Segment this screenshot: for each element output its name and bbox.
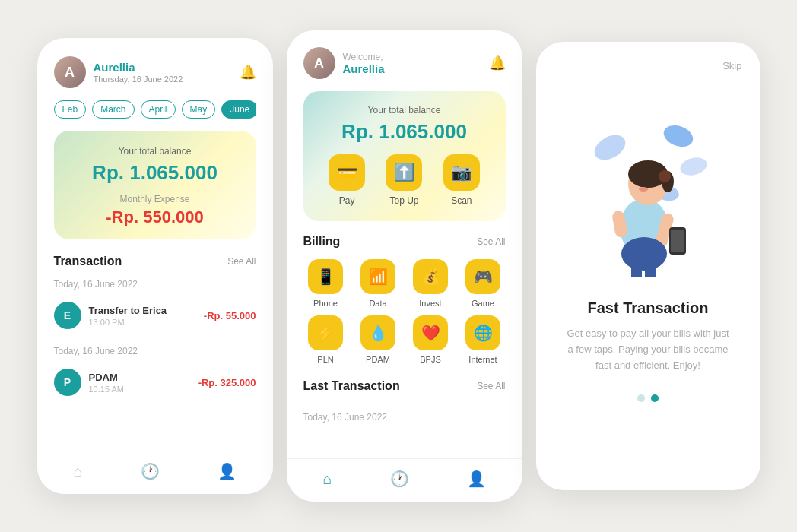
billing-pdam[interactable]: 💧 PDAM [356, 315, 401, 364]
card1-header: A Aurellia Thursday, 16 June 2022 🔔 [54, 56, 256, 88]
billing-grid: 📱 Phone 📶 Data 💰 Invest 🎮 Game ⚡ PLN 💧 [303, 259, 506, 364]
table-row: E Transfer to Erica 13:00 PM -Rp. 55.000 [54, 296, 256, 335]
trans-date-2: Today, 16 June 2022 [54, 346, 256, 356]
svg-point-2 [678, 155, 709, 179]
internet-label: Internet [468, 355, 497, 364]
month-tab-feb[interactable]: Feb [54, 100, 87, 119]
screens-container: A Aurellia Thursday, 16 June 2022 🔔 Feb … [22, 8, 776, 524]
billing-internet[interactable]: 🌐 Internet [461, 315, 506, 364]
svg-point-10 [641, 182, 646, 186]
dot-2 [651, 394, 659, 402]
svg-point-15 [621, 237, 667, 271]
pagination-dots [637, 394, 659, 402]
dot-1 [637, 394, 645, 402]
nav-home-icon-2[interactable]: ⌂ [322, 470, 332, 488]
billing-pln[interactable]: ⚡ PLN [303, 315, 348, 364]
bell-icon-card1[interactable]: 🔔 [240, 64, 256, 81]
fast-transaction-svg [564, 94, 732, 277]
transaction-see-all[interactable]: See All [227, 256, 256, 267]
user-info-card1: Aurellia Thursday, 16 June 2022 [94, 61, 240, 84]
balance-amount-2: Rp. 1.065.000 [319, 120, 491, 144]
bell-icon-card2[interactable]: 🔔 [489, 55, 506, 71]
svg-point-8 [659, 170, 671, 182]
phone-card-2: A Welcome, Aurellia 🔔 Your total balance… [287, 30, 522, 502]
table-row: P PDAM 10:15 AM -Rp. 325.000 [54, 363, 256, 402]
internet-icon: 🌐 [465, 315, 500, 350]
billing-data[interactable]: 📶 Data [356, 259, 401, 308]
transaction-group-1: Today, 16 June 2022 E Transfer to Erica … [54, 279, 256, 335]
transaction-title: Transaction [54, 255, 122, 268]
month-tabs: Feb March April May June Ju [54, 100, 256, 119]
trans-time-pdam: 10:15 AM [89, 385, 198, 394]
last-trans-section-header: Last Transaction See All [303, 379, 506, 393]
scan-icon: 📷 [443, 154, 480, 191]
pln-label: PLN [317, 355, 333, 364]
phone-card-1: A Aurellia Thursday, 16 June 2022 🔔 Feb … [37, 38, 273, 494]
nav-home-icon-1[interactable]: ⌂ [73, 463, 82, 480]
month-tab-june[interactable]: June [221, 100, 256, 119]
pdam-label: PDAM [366, 355, 390, 364]
avatar-card1: A [54, 56, 86, 88]
pdam-icon: 💧 [360, 315, 395, 350]
balance-amount-1: Rp. 1.065.000 [69, 161, 241, 185]
svg-point-0 [590, 130, 630, 165]
month-tab-march[interactable]: March [92, 100, 134, 119]
phone-icon: 📱 [308, 259, 343, 294]
topup-icon: ⬆️ [386, 154, 422, 191]
scan-label: Scan [451, 195, 472, 206]
invest-icon: 💰 [413, 259, 448, 294]
game-icon: 🎮 [465, 259, 500, 294]
monthly-label-1: Monthly Expense [69, 194, 241, 204]
balance-label-1: Your total balance [69, 146, 241, 157]
topup-label: Top Up [389, 195, 418, 206]
nav-clock-icon-2[interactable]: 🕐 [390, 470, 409, 488]
user-date-card1: Thursday, 16 June 2022 [94, 74, 240, 84]
pay-icon: 💳 [329, 154, 365, 191]
monthly-amount-1: -Rp. 550.000 [69, 207, 241, 227]
bpjs-label: BPJS [420, 355, 441, 364]
phone-label: Phone [313, 299, 338, 308]
svg-rect-17 [645, 261, 656, 277]
onboarding-title: Fast Transaction [588, 299, 709, 317]
last-trans-see-all[interactable]: See All [477, 381, 505, 391]
month-tab-may[interactable]: May [182, 100, 216, 119]
onboarding-description: Get easy to pay all your bills with just… [564, 326, 732, 373]
bottom-nav-card2: ⌂ 🕐 👤 [287, 458, 522, 502]
balance-card-1: Your total balance Rp. 1.065.000 Monthly… [54, 131, 256, 239]
transaction-section-header: Transaction See All [54, 255, 256, 268]
user-name-card1: Aurellia [94, 61, 240, 74]
quick-action-topup[interactable]: ⬆️ Top Up [386, 154, 422, 206]
trans-amount-erica: -Rp. 55.000 [204, 310, 256, 321]
bottom-nav-card1: ⌂ 🕐 👤 [37, 451, 273, 494]
skip-button[interactable]: Skip [722, 60, 741, 71]
billing-game[interactable]: 🎮 Game [461, 259, 506, 308]
trans-avatar-pdam: P [54, 369, 81, 396]
game-label: Game [472, 299, 494, 308]
billing-phone[interactable]: 📱 Phone [303, 259, 348, 308]
quick-actions: 💳 Pay ⬆️ Top Up 📷 Scan [319, 154, 491, 206]
data-icon: 📶 [360, 259, 395, 294]
phone-card-3: Skip [536, 42, 760, 490]
data-label: Data [369, 299, 386, 308]
nav-user-icon-2[interactable]: 👤 [467, 470, 486, 488]
quick-action-pay[interactable]: 💳 Pay [329, 154, 365, 206]
card2-header: A Welcome, Aurellia 🔔 [303, 47, 506, 79]
billing-title: Billing [303, 235, 341, 249]
nav-user-icon-1[interactable]: 👤 [218, 462, 237, 480]
month-tab-april[interactable]: April [141, 100, 176, 119]
billing-see-all[interactable]: See All [477, 236, 505, 247]
pln-icon: ⚡ [308, 315, 343, 350]
svg-rect-13 [671, 230, 684, 252]
last-trans-date: Today, 16 June 2022 [303, 412, 506, 423]
trans-info-pdam: PDAM 10:15 AM [89, 372, 198, 394]
user-name-card2: Aurellia [343, 62, 489, 75]
billing-invest[interactable]: 💰 Invest [408, 259, 453, 308]
quick-action-scan[interactable]: 📷 Scan [443, 154, 480, 206]
billing-bpjs[interactable]: ❤️ BPJS [408, 315, 453, 364]
nav-clock-icon-1[interactable]: 🕐 [141, 462, 160, 480]
onboarding-illustration [564, 94, 732, 277]
trans-info-erica: Transfer to Erica 13:00 PM [89, 305, 204, 327]
transaction-group-2: Today, 16 June 2022 P PDAM 10:15 AM -Rp.… [54, 346, 256, 402]
avatar-card2: A [303, 47, 335, 79]
billing-section-header: Billing See All [303, 235, 506, 249]
